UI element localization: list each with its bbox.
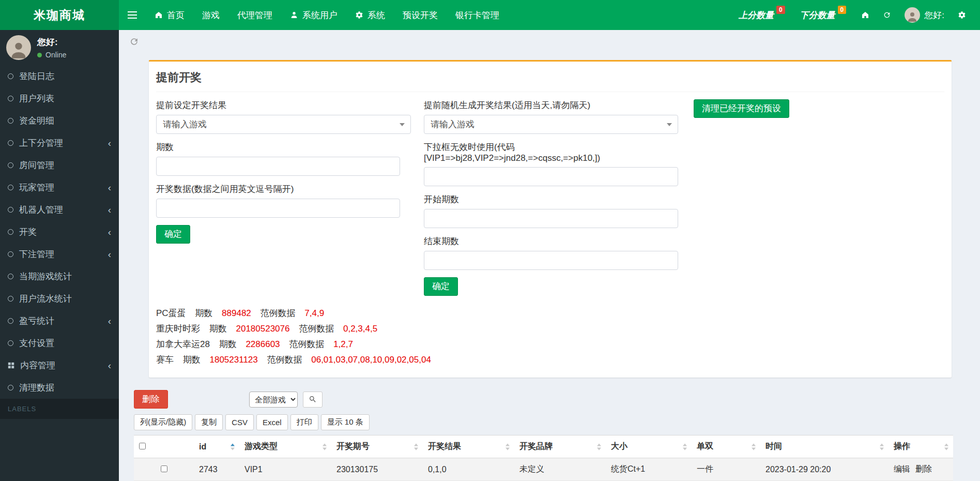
sort-asc-icon (597, 443, 601, 446)
topnav-item[interactable]: 系统 (346, 0, 394, 30)
main-content: 提前开奖 提前设定开奖结果 请输入游戏 期数 开奖数据(数据之间用英文逗号隔开)… (119, 0, 980, 481)
sidebar-item-link[interactable]: 机器人管理 ‹ (0, 199, 119, 221)
up-score-badge: 0 (776, 6, 785, 14)
topnav-item-label: 首页 (167, 9, 185, 21)
clear-drawn-presets-button[interactable]: 清理已经开奖的预设 (694, 99, 789, 118)
sidebar-item: 开奖 ‹ (0, 221, 119, 243)
topnav-item-label: 系统 (368, 9, 385, 21)
circle-icon (8, 185, 13, 190)
sort-icons[interactable] (752, 443, 756, 450)
topnav-item[interactable]: 银行卡管理 (447, 0, 508, 30)
sidebar-item-link[interactable]: 内容管理 ‹ (0, 354, 119, 377)
table-tool-button[interactable]: 复制 (195, 414, 223, 430)
up-score-link[interactable]: 上分数量0 (732, 0, 793, 30)
sidebar-item-link[interactable]: 开奖 ‹ (0, 221, 119, 243)
start-period-input[interactable] (424, 209, 678, 228)
end-period-input[interactable] (424, 251, 678, 270)
sidebar-toggle-button[interactable] (119, 0, 146, 30)
sidebar-greeting: 您好: (37, 36, 66, 48)
random-submit-button[interactable]: 确定 (424, 277, 458, 296)
sidebar-item-link[interactable]: 用户列表 (0, 87, 119, 110)
circle-icon (8, 207, 13, 213)
sort-icons[interactable] (944, 443, 948, 450)
game-select[interactable]: 请输入游戏 (156, 115, 411, 134)
down-score-link[interactable]: 下分数量0 (793, 0, 855, 30)
navbar-user[interactable]: 您好: (898, 0, 951, 30)
example-sample-value: 7,4,9 (304, 308, 324, 318)
table-column-header[interactable]: 大小 (606, 435, 692, 458)
sidebar-item-link[interactable]: 上下分管理 ‹ (0, 132, 119, 154)
settings-icon-button[interactable] (951, 0, 973, 30)
app-logo[interactable]: 米珈商城 (0, 0, 119, 30)
table-column-header[interactable]: 开奖品牌 (514, 435, 606, 458)
random-game-select[interactable]: 请输入游戏 (424, 115, 678, 134)
chevron-left-icon: ‹ (108, 205, 111, 215)
table-tool-button[interactable]: Excel (256, 414, 288, 430)
preset-submit-button[interactable]: 确定 (156, 225, 190, 244)
topnav-item[interactable]: 首页 (146, 0, 193, 30)
delete-selected-button[interactable]: 删除 (134, 390, 168, 409)
table-column-header[interactable]: 单双 (692, 435, 760, 458)
sidebar-item-label: 当期游戏统计 (19, 270, 72, 282)
sort-icons[interactable] (597, 443, 601, 450)
table-column-header[interactable]: 时间 (760, 435, 889, 458)
panel-title: 提前开奖 (156, 68, 944, 92)
game-filter-select[interactable]: 全部游戏 (249, 392, 298, 408)
sidebar-item-label: 下注管理 (19, 248, 54, 260)
sidebar-item-label: 开奖 (19, 226, 37, 238)
row-edit-link[interactable]: 编辑 (894, 464, 910, 473)
sidebar-item-link[interactable]: 登陆日志 (0, 65, 119, 87)
row-delete-link[interactable]: 删除 (915, 464, 932, 473)
sort-asc-icon (506, 443, 510, 446)
sidebar-item-link[interactable]: 下注管理 ‹ (0, 243, 119, 265)
cell-checkbox (134, 458, 194, 481)
sort-asc-icon (944, 443, 948, 446)
sidebar-item-link[interactable]: 玩家管理 ‹ (0, 176, 119, 199)
gear-icon (958, 11, 966, 19)
table-column-header[interactable]: 开奖结果 (423, 435, 514, 458)
content-refresh-button[interactable] (129, 37, 139, 47)
table-tool-button[interactable]: 显示 10 条 (321, 414, 370, 430)
home-icon-button[interactable] (854, 0, 876, 30)
circle-icon (8, 140, 13, 146)
sort-icons[interactable] (323, 443, 327, 450)
search-button[interactable] (303, 392, 323, 408)
sort-icons[interactable] (683, 443, 687, 450)
topnav-item[interactable]: 代理管理 (228, 0, 281, 30)
game-code-input[interactable] (424, 167, 678, 186)
sidebar-item-link[interactable]: 盈亏统计 ‹ (0, 310, 119, 332)
sidebar-item-link[interactable]: 清理数据 (0, 377, 119, 399)
sidebar-item-link[interactable]: 当期游戏统计 (0, 265, 119, 288)
sidebar-item: 资金明细 (0, 110, 119, 132)
sidebar-item-link[interactable]: 用户流水统计 (0, 288, 119, 310)
circle-icon (8, 73, 13, 79)
topnav-item[interactable]: 预设开奖 (394, 0, 447, 30)
sidebar-item-label: 支付设置 (19, 337, 54, 349)
sort-asc-icon (414, 443, 418, 446)
sidebar-item-link[interactable]: 支付设置 (0, 332, 119, 354)
chevron-left-icon: ‹ (108, 227, 111, 237)
select-all-header[interactable] (134, 435, 194, 458)
sidebar-item-link[interactable]: 资金明细 (0, 110, 119, 132)
table-column-header[interactable]: 开奖期号 (331, 435, 423, 458)
table-column-header[interactable]: 操作 (889, 435, 953, 458)
table-tool-button[interactable]: 列(显示/隐藏) (134, 414, 192, 430)
select-all-checkbox[interactable] (139, 443, 146, 449)
sort-icons[interactable] (506, 443, 510, 450)
sort-icons[interactable] (414, 443, 418, 450)
table-tool-button[interactable]: 打印 (290, 414, 318, 430)
draw-data-input[interactable] (156, 199, 400, 218)
table-column-header[interactable]: id (194, 435, 239, 458)
row-checkbox[interactable] (161, 465, 167, 472)
sort-icons[interactable] (880, 443, 884, 450)
topnav-item[interactable]: 游戏 (193, 0, 228, 30)
refresh-icon-button[interactable] (876, 0, 898, 30)
sidebar-item-link[interactable]: 房间管理 (0, 154, 119, 176)
period-input[interactable] (156, 157, 400, 176)
sidebar-item: 盈亏统计 ‹ (0, 310, 119, 332)
table-column-header[interactable]: 游戏类型 (239, 435, 331, 458)
sort-icons[interactable] (231, 443, 235, 450)
column-header-label: 单双 (697, 442, 713, 450)
topnav-item[interactable]: 系统用户 (281, 0, 346, 30)
table-tool-button[interactable]: CSV (225, 414, 254, 430)
